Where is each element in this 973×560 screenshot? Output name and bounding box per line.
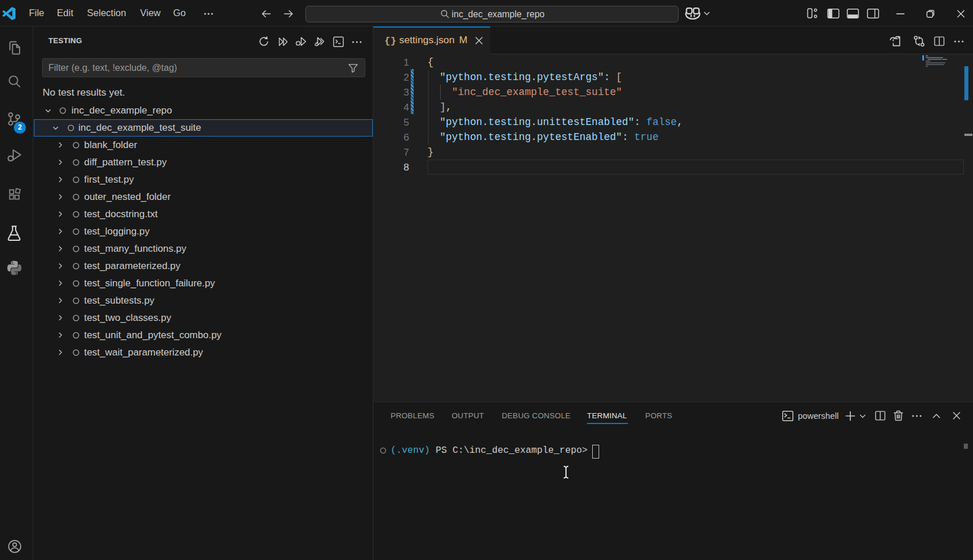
svg-text:{}: {}: [385, 36, 396, 46]
